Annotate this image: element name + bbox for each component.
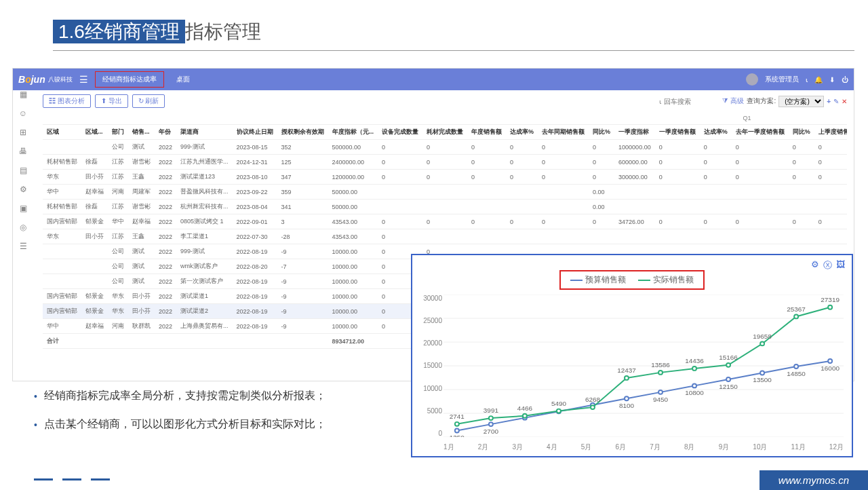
svg-text:25367: 25367 (787, 305, 806, 313)
chart-analysis-button[interactable]: ☷ 图表分析 (43, 94, 91, 108)
table-row[interactable]: 公司测试2022999-测试2023-08-15352500000.000000… (43, 140, 847, 155)
scheme-select[interactable]: (空方案) (778, 96, 824, 107)
tab-desktop[interactable]: 桌面 (170, 72, 197, 87)
chart-plot-area: 2741399144665490626812437135861443615166… (443, 295, 844, 437)
q1-header: Q1 (614, 112, 847, 125)
column-header[interactable]: 一季度销售额 (655, 125, 700, 140)
svg-point-15 (726, 377, 730, 381)
svg-point-30 (828, 305, 832, 309)
logo-subtitle: 八骏科技 (48, 75, 73, 84)
column-header[interactable]: 达成率% (700, 125, 732, 140)
column-header[interactable]: 设备完成数量 (378, 125, 422, 140)
svg-point-24 (625, 376, 629, 380)
power-icon[interactable]: ⏻ (842, 76, 848, 83)
nav-icon[interactable]: ▦ (20, 90, 27, 99)
table-row[interactable]: 华东田小芬江苏王鑫2022李工渠道12022-07-30-2843543.000 (43, 229, 847, 244)
column-header[interactable]: 区域... (81, 125, 108, 140)
add-scheme-icon[interactable]: + (827, 98, 831, 105)
column-header[interactable]: 去年一季度销售额 (732, 125, 789, 140)
legend-budget: 预算销售额 (585, 274, 626, 286)
svg-point-26 (692, 366, 696, 371)
svg-text:3991: 3991 (484, 407, 498, 414)
tab-active[interactable]: 经销商指标达成率 (95, 71, 164, 88)
svg-text:6268: 6268 (585, 396, 601, 403)
table-row[interactable]: 华中赵幸福河南周建军2022普盈微风科技有...2023-09-22359500… (43, 185, 847, 200)
title-underline (53, 50, 854, 51)
svg-point-19 (455, 422, 459, 426)
svg-point-7 (455, 429, 459, 433)
export-button[interactable]: ⬆ 导出 (95, 94, 128, 108)
column-header[interactable]: 销售... (128, 125, 155, 140)
username[interactable]: 系统管理员 (765, 75, 799, 84)
nav-icon[interactable]: ⊞ (20, 128, 26, 137)
column-header[interactable]: 耗材完成数量 (422, 125, 467, 140)
svg-text:14436: 14436 (685, 357, 704, 364)
column-header[interactable]: 上季度销售额 (814, 125, 847, 140)
nav-icon[interactable]: ▤ (20, 166, 27, 175)
nav-icon[interactable]: ☰ (20, 242, 27, 251)
table-row[interactable]: 国内营销部郁景金华中赵幸福20220805测试烤交 12022-09-01343… (43, 214, 847, 229)
column-header[interactable]: 部门 (108, 125, 128, 140)
search-icon[interactable]: ⍳ (806, 76, 808, 83)
svg-text:1350: 1350 (450, 434, 465, 437)
delete-scheme-icon[interactable]: ✕ (842, 98, 847, 105)
svg-text:14850: 14850 (787, 370, 806, 377)
chart-panel: ⚙ ⓧ 🖼 预算销售额 实际销售额 3000025000200001500010… (411, 254, 853, 457)
column-header[interactable]: 去年同期销售额 (538, 125, 589, 140)
chart-export-excel-icon[interactable]: ⓧ (823, 259, 832, 271)
download-icon[interactable]: ⬇ (829, 76, 835, 83)
column-header[interactable]: 同比% (589, 125, 614, 140)
column-header[interactable]: 年度指标（元... (328, 125, 378, 140)
nav-icon[interactable]: ▣ (20, 204, 27, 213)
chart-export-image-icon[interactable]: 🖼 (836, 259, 845, 271)
table-row[interactable]: 耗材销售部徐磊江苏谢雪彬2022江苏九州通医学...2024-12-311252… (43, 155, 847, 170)
column-header[interactable]: 年份 (155, 125, 176, 140)
refresh-button[interactable]: ↻ 刷新 (132, 94, 165, 108)
slide-title: 1.6经销商管理指标管理 (53, 19, 261, 45)
avatar[interactable] (746, 73, 758, 86)
svg-point-23 (591, 405, 595, 409)
column-header[interactable]: 协议终止日期 (233, 125, 277, 140)
svg-point-16 (760, 371, 764, 375)
svg-point-8 (489, 422, 493, 426)
svg-text:9450: 9450 (653, 396, 669, 403)
svg-point-22 (557, 409, 561, 413)
footer-url: www.mymos.cn (760, 470, 868, 490)
svg-point-18 (828, 359, 832, 363)
column-header[interactable]: 一季度指标 (614, 125, 655, 140)
nav-icon[interactable]: 🖶 (19, 147, 27, 156)
search-input[interactable] (664, 98, 711, 105)
column-header[interactable]: 达成率% (506, 125, 538, 140)
svg-text:12150: 12150 (719, 383, 738, 390)
svg-point-28 (760, 341, 764, 345)
svg-point-27 (726, 363, 730, 367)
filter-icon[interactable]: ⧩ (722, 97, 728, 105)
svg-point-25 (658, 371, 663, 375)
column-header[interactable]: 渠道商 (176, 125, 233, 140)
table-row[interactable]: 华东田小芬江苏王鑫2022测试渠道1232023-08-103471200000… (43, 170, 847, 185)
svg-text:8100: 8100 (619, 402, 635, 409)
column-header[interactable]: 年度销售额 (467, 125, 506, 140)
column-header[interactable]: 授权剩余有效期 (277, 125, 328, 140)
chart-settings-icon[interactable]: ⚙ (811, 259, 819, 271)
toolbar: ☷ 图表分析 ⬆ 导出 ↻ 刷新 ⍳ ⧩ 高级 查询方案: (空方案) + ✎ … (43, 94, 847, 108)
svg-text:5490: 5490 (551, 400, 567, 407)
svg-text:2700: 2700 (484, 428, 499, 435)
adv-filter[interactable]: 高级 (730, 96, 744, 106)
nav-icon[interactable]: ◎ (20, 223, 26, 232)
scheme-label: 查询方案: (747, 96, 776, 106)
bullet-list: •经销商指标完成率全局分析，支持按需定制类似分析报表；•点击某个经销商，可以以图… (34, 389, 326, 446)
nav-icon[interactable]: ⚙ (20, 185, 27, 194)
svg-point-17 (794, 364, 798, 369)
menu-icon[interactable]: ☰ (79, 74, 88, 85)
save-scheme-icon[interactable]: ✎ (833, 98, 839, 105)
logo[interactable]: Bojun (18, 74, 45, 85)
svg-point-13 (658, 390, 663, 394)
bell-icon[interactable]: 🔔 (814, 76, 823, 83)
column-header[interactable]: 区域 (43, 125, 81, 140)
column-header[interactable]: 同比% (789, 125, 814, 140)
nav-icon[interactable]: ☺ (19, 109, 27, 118)
table-row[interactable]: 耗材销售部徐磊江苏谢雪彬2022杭州舞宏科技有...2023-08-043415… (43, 200, 847, 214)
search-icon: ⍳ (659, 98, 661, 105)
bullet-item: •经销商指标完成率全局分析，支持按需定制类似分析报表； (34, 389, 326, 404)
